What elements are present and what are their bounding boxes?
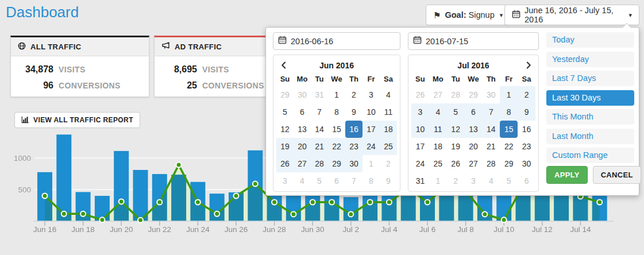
day-cell[interactable]: 27 — [465, 155, 483, 172]
day-cell[interactable]: 8 — [363, 172, 380, 190]
day-cell[interactable]: 18 — [380, 121, 397, 138]
day-cell[interactable]: 3 — [363, 86, 380, 103]
day-cell[interactable]: 31 — [411, 172, 429, 190]
day-cell[interactable]: 27 — [294, 155, 311, 172]
day-cell[interactable]: 3 — [411, 103, 429, 121]
preset-today[interactable]: Today — [546, 32, 634, 48]
day-cell[interactable]: 12 — [447, 121, 465, 138]
day-cell[interactable]: 13 — [465, 121, 483, 138]
day-cell[interactable]: 25 — [429, 155, 447, 172]
day-cell[interactable]: 10 — [411, 121, 429, 138]
day-cell[interactable]: 19 — [276, 138, 294, 155]
day-cell[interactable]: 14 — [482, 121, 500, 138]
end-date-field[interactable] — [408, 32, 539, 50]
day-cell[interactable]: 14 — [311, 121, 328, 138]
day-cell[interactable]: 9 — [518, 103, 535, 121]
day-cell[interactable]: 26 — [447, 155, 465, 172]
day-cell[interactable]: 4 — [429, 103, 447, 121]
day-cell[interactable]: 4 — [482, 172, 500, 190]
day-cell[interactable]: 9 — [380, 172, 397, 190]
day-cell[interactable]: 28 — [311, 155, 328, 172]
day-cell[interactable]: 2 — [447, 172, 465, 190]
day-cell[interactable]: 2 — [345, 86, 363, 103]
day-cell[interactable]: 28 — [482, 155, 500, 172]
day-cell[interactable]: 7 — [482, 103, 500, 121]
goal-dropdown-button[interactable]: ⚑ Goal: Signup ▾ — [426, 5, 510, 25]
day-cell[interactable]: 1 — [328, 86, 345, 103]
date-range-dropdown-button[interactable]: June 16, 2016 - July 15, 2016 ▾ — [504, 5, 639, 25]
chevron-right-icon[interactable] — [523, 58, 534, 72]
apply-button[interactable]: APPLY — [546, 166, 588, 184]
start-date-field[interactable] — [273, 32, 400, 50]
day-cell[interactable]: 5 — [447, 103, 465, 121]
day-cell[interactable]: 24 — [411, 155, 429, 172]
day-cell[interactable]: 27 — [429, 86, 447, 103]
day-cell[interactable]: 30 — [294, 86, 311, 103]
day-cell[interactable]: 7 — [345, 172, 363, 190]
day-cell[interactable]: 24 — [363, 138, 380, 155]
day-cell[interactable]: 1 — [363, 155, 380, 172]
day-cell[interactable]: 26 — [411, 86, 429, 103]
day-cell[interactable]: 16 — [518, 121, 535, 138]
preset-last-month[interactable]: Last Month — [546, 129, 634, 144]
day-cell[interactable]: 29 — [276, 86, 294, 103]
day-cell[interactable]: 31 — [311, 86, 328, 103]
day-cell[interactable]: 6 — [328, 172, 345, 190]
day-cell[interactable]: 26 — [276, 155, 294, 172]
view-all-traffic-report-button[interactable]: VIEW ALL TRAFFIC REPORT — [14, 112, 140, 128]
day-cell[interactable]: 6 — [294, 103, 311, 121]
day-cell[interactable]: 22 — [328, 138, 345, 155]
day-cell[interactable]: 9 — [345, 103, 363, 121]
preset-last-30-days[interactable]: Last 30 Days — [546, 90, 634, 106]
day-cell[interactable]: 23 — [518, 138, 535, 155]
day-cell[interactable]: 3 — [465, 172, 483, 190]
day-cell[interactable]: 29 — [328, 155, 345, 172]
day-cell[interactable]: 3 — [276, 172, 294, 190]
day-cell[interactable]: 30 — [518, 155, 535, 172]
day-cell[interactable]: 29 — [465, 86, 483, 103]
day-cell[interactable]: 5 — [500, 172, 518, 190]
day-cell[interactable]: 30 — [345, 155, 363, 172]
day-cell[interactable]: 7 — [311, 103, 328, 121]
day-cell[interactable]: 21 — [482, 138, 500, 155]
day-cell[interactable]: 21 — [311, 138, 328, 155]
day-cell[interactable]: 4 — [294, 172, 311, 190]
day-cell[interactable]: 2 — [380, 155, 397, 172]
day-cell[interactable]: 5 — [276, 103, 294, 121]
preset-yesterday[interactable]: Yesterday — [546, 52, 634, 67]
day-cell[interactable]: 15 — [500, 121, 518, 138]
day-cell[interactable]: 30 — [482, 86, 500, 103]
day-cell[interactable]: 8 — [328, 103, 345, 121]
day-cell[interactable]: 18 — [429, 138, 447, 155]
day-cell[interactable]: 1 — [429, 172, 447, 190]
day-cell[interactable]: 5 — [311, 172, 328, 190]
preset-this-month[interactable]: This Month — [546, 109, 634, 125]
preset-last-7-days[interactable]: Last 7 Days — [546, 71, 634, 86]
day-cell[interactable]: 17 — [363, 121, 380, 138]
day-cell[interactable]: 8 — [500, 103, 518, 121]
day-cell[interactable]: 16 — [345, 121, 363, 138]
day-cell[interactable]: 29 — [500, 155, 518, 172]
day-cell[interactable]: 23 — [345, 138, 363, 155]
day-cell[interactable]: 25 — [380, 138, 397, 155]
day-cell[interactable]: 19 — [447, 138, 465, 155]
chevron-left-icon[interactable] — [277, 58, 289, 72]
end-date-input[interactable] — [426, 37, 534, 46]
preset-custom-range[interactable]: Custom Range — [546, 148, 634, 163]
day-cell[interactable]: 28 — [447, 86, 465, 103]
day-cell[interactable]: 12 — [276, 121, 294, 138]
day-cell[interactable]: 1 — [500, 86, 518, 103]
day-cell[interactable]: 2 — [518, 86, 535, 103]
day-cell[interactable]: 15 — [328, 121, 345, 138]
day-cell[interactable]: 6 — [465, 103, 483, 121]
day-cell[interactable]: 20 — [465, 138, 483, 155]
day-cell[interactable]: 20 — [294, 138, 311, 155]
day-cell[interactable]: 10 — [363, 103, 380, 121]
start-date-input[interactable] — [291, 37, 395, 46]
day-cell[interactable]: 17 — [411, 138, 429, 155]
day-cell[interactable]: 13 — [294, 121, 311, 138]
day-cell[interactable]: 11 — [380, 103, 397, 121]
cancel-button[interactable]: CANCEL — [593, 166, 641, 184]
day-cell[interactable]: 22 — [500, 138, 518, 155]
day-cell[interactable]: 6 — [518, 172, 535, 190]
